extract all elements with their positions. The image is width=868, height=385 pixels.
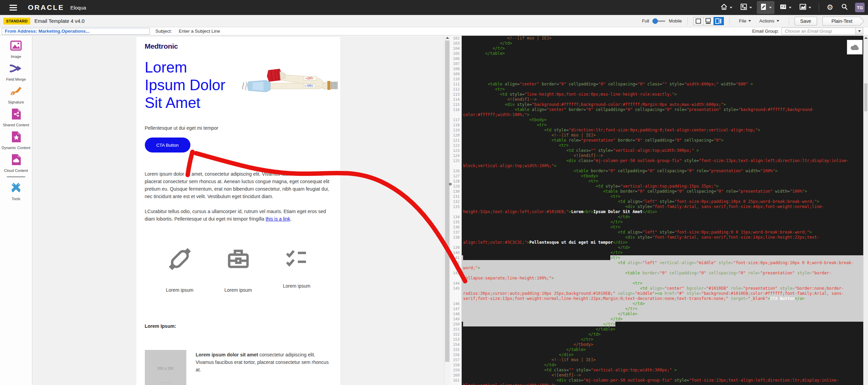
plain-text-button[interactable]: Plain-Text [822,17,860,26]
code-line[interactable]: 147 </tr> [450,306,863,311]
code-line[interactable]: 140 </tr> [450,250,863,255]
nav-campaigns-button[interactable] [737,1,755,14]
code-line[interactable]: 137 <td align="left" style="font-size:0p… [450,230,863,235]
code-line[interactable]: 151 </table> [450,327,863,332]
code-editor[interactable]: 102 <!--[if mso | IE]>103 </td>104 </tr>… [450,36,863,385]
nav-analytics-button[interactable] [796,1,814,14]
code-line[interactable]: 112 <tr> [450,87,863,92]
code-line[interactable]: 143 <table border="0" cellpadding="0" ce… [450,271,863,281]
scroll-up-arrow[interactable] [864,37,868,39]
code-line[interactable]: 145 <td align="center" bgcolor="#1010EB"… [450,286,863,301]
code-line[interactable]: 148 </table> [450,311,863,317]
code-line[interactable]: 127 <tbody> [450,174,863,179]
nav-assets-button[interactable] [757,1,775,14]
code-line[interactable]: 116 <table align="center" border="0" cel… [450,107,863,117]
code-line[interactable]: 155 </table> [450,347,863,352]
cloud-sync-button[interactable] [847,40,863,54]
code-line[interactable]: 158 </td> [450,363,863,368]
code-line[interactable]: 123 <td class="" style="vertical-align:t… [450,148,863,153]
code-line[interactable]: 106 [450,56,863,61]
code-line[interactable]: 117 <tbody> [450,117,863,123]
code-line[interactable]: 134 </td> [450,214,863,220]
split-bottom-view-button[interactable] [703,17,714,25]
code-line[interactable]: 144 <tr> [450,281,863,286]
code-line[interactable]: 154 </tbody> [450,342,863,347]
code-line[interactable]: 108 [450,66,863,71]
code-scrollbar[interactable] [863,36,868,385]
code-line[interactable]: 107 [450,61,863,66]
preview-scrollbar-thumb[interactable] [445,41,449,362]
code-line[interactable]: 138 <div style="font-family:Arial, sans-… [450,235,863,245]
nav-home-button[interactable] [717,1,735,14]
code-line[interactable]: 118 <tr> [450,123,863,128]
preview-only-view-button[interactable] [693,17,703,25]
email-group-select[interactable]: Choose an Email Group [782,28,856,35]
code-line[interactable]: 103 </td> [450,41,863,46]
code-line[interactable]: 104 </tr> [450,46,863,51]
search-button[interactable] [838,1,851,14]
code-line[interactable]: 152 </td> [450,332,863,337]
split-right-view-button[interactable] [714,17,724,25]
hamburger-menu-icon[interactable] [10,3,17,12]
avatar[interactable]: TG [855,3,865,12]
full-mobile-toggle[interactable] [652,18,665,24]
code-line[interactable]: 153 </tr> [450,337,863,342]
code-line[interactable]: 111 <table align="center" border="0" cel… [450,82,863,87]
code-line[interactable]: 157 <!--[if mso | IE]> [450,357,863,363]
code-line[interactable]: 150 </tr> [450,322,863,327]
toggle-knob[interactable] [652,18,658,24]
code-line[interactable]: 132 <td align="left" style="font-size:0p… [450,199,863,204]
sidebar-item-tools[interactable]: Tools [0,181,32,201]
file-menu[interactable]: File [739,18,751,23]
code-line[interactable]: 159 <td class="" style="vertical-align:t… [450,368,863,373]
sidebar-item-signature[interactable]: Signature [0,85,32,105]
sidebar-item-dynamic-content[interactable]: Dynamic Content [0,130,32,150]
sidebar-item-shared-content[interactable]: Shared Content [0,108,32,127]
sidebar-item-cloud-content[interactable]: Cloud Content [0,153,32,173]
code-line[interactable]: 121 <table role="presentation" border="0… [450,138,863,143]
email-group-dropdown-button[interactable] [856,28,863,35]
code-line[interactable]: 109 [450,71,863,77]
code-line[interactable]: 139 </td> [450,245,863,250]
from-address-field[interactable]: From Address: Marketing.Operations... [2,28,150,35]
actions-menu[interactable]: Actions [759,18,779,23]
code-line[interactable]: 161 <div class="mj-column-per-50 outlook… [450,378,863,385]
code-line[interactable]: 102 <!--[if mso | IE]> [450,36,863,41]
code-line[interactable]: 105 </table> [450,51,863,56]
code-line[interactable]: 146 </td> [450,301,863,306]
code-line[interactable]: 156 </div> [450,352,863,357]
code-line[interactable]: 149 </td> [450,317,863,322]
code-line[interactable]: 131 <tr> [450,194,863,199]
save-button[interactable]: Save [795,17,817,26]
panel-splitter-handle[interactable] [449,183,452,186]
code-line[interactable]: 141 <tr> [450,255,863,260]
code-line[interactable]: 115 <div style="background:#ffffff;backg… [450,102,863,107]
code-line[interactable]: 160 <![endif]--> [450,373,863,378]
code-line[interactable]: 130 <table border="0" cellpadding="0" ce… [450,189,863,194]
settings-button[interactable]: ⚙ [824,2,836,13]
cta-button[interactable]: CTA Button [145,138,190,153]
code-line[interactable]: 126 <table border="0" cellpadding="0" ce… [450,169,863,174]
email-canvas[interactable]: Medtronic LoremIpsum Dolor Sit Amet [136,36,341,385]
code-line[interactable]: 114 <![endif]--> [450,97,863,102]
image-placeholder[interactable]: 200 x 200 ········· [145,350,186,385]
scroll-up-arrow[interactable] [446,37,449,39]
preview-scrollbar[interactable] [444,36,450,385]
subject-input[interactable]: Enter a Subject Line [179,29,220,34]
code-line[interactable]: 119 <td style="direction:ltr;font-size:0… [450,128,863,133]
sidebar-item-image[interactable]: Image [0,39,32,59]
code-line[interactable]: 135 </tr> [450,220,863,225]
code-line[interactable]: 128 <tr> [450,179,863,184]
code-scrollbar-thumb[interactable] [864,83,867,111]
code-line[interactable]: 136 <tr> [450,225,863,230]
code-line[interactable]: 124 <![endif]--> [450,153,863,158]
code-line[interactable]: 142 <td align="left" vertical-align="mid… [450,260,863,271]
code-line[interactable]: 113 <td style="line-height:0px;font-size… [450,92,863,97]
code-line[interactable]: 120 <!--[if mso | IE]> [450,133,863,138]
code-line[interactable]: 122 <tr> [450,143,863,148]
code-line[interactable]: 125 <div class="mj-column-per-50 outlook… [450,158,863,169]
code-line[interactable]: 110 [450,77,863,82]
sidebar-item-field-merge[interactable]: Field Merge [0,62,32,82]
code-line[interactable]: 129 <td style="vertical-align:top;paddin… [450,184,863,189]
code-line[interactable]: 133 <div style="font-family:Arial, sans-… [450,204,863,214]
